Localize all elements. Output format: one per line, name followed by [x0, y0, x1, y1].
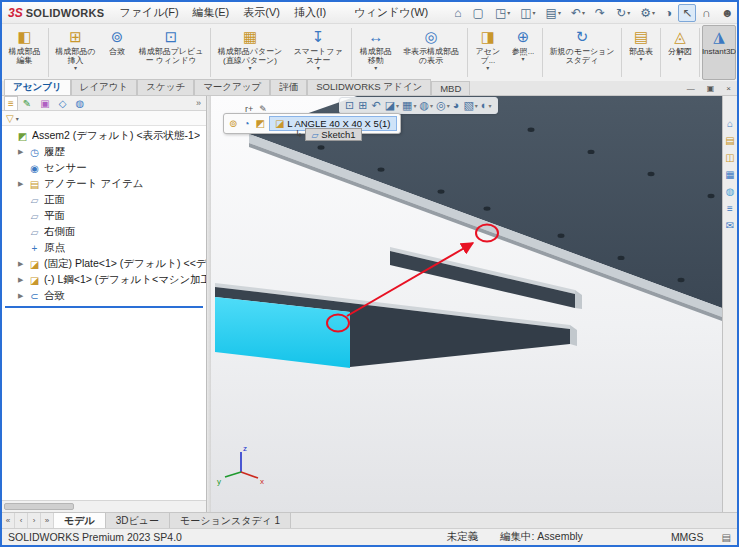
exploded-view-button[interactable]: ◬分解図▾: [663, 25, 697, 80]
context-mate-icon[interactable]: ⊚: [227, 118, 239, 129]
filter-funnel-icon[interactable]: ▽: [6, 113, 14, 124]
prev-tab-button[interactable]: ‹: [15, 513, 28, 528]
tree-item-plate-part[interactable]: ▶◪(固定) Plate<1> (デフォルト) <<デフォルト>_表示状態: [2, 256, 206, 272]
scrollbar-thumb[interactable]: [4, 503, 74, 510]
tab-assembly[interactable]: アセンブリ: [4, 79, 71, 95]
mate-button[interactable]: ⊚合致: [100, 25, 134, 80]
insert-components-button[interactable]: ⊞構成部品の挿入▾: [51, 25, 100, 80]
tab-evaluate[interactable]: 評価: [270, 79, 307, 95]
dimxpertmanager-tab[interactable]: ◇: [55, 96, 71, 111]
section-view-button[interactable]: ◪▾: [385, 99, 399, 112]
undo-button[interactable]: ↶▾: [567, 4, 589, 22]
document-restore-button[interactable]: ▣: [701, 82, 721, 95]
tab-3d-views[interactable]: 3Dビュー: [106, 513, 170, 528]
model-flange-end-face[interactable]: [575, 290, 582, 309]
file-explorer-icon[interactable]: ◫: [725, 152, 734, 163]
new-motion-study-button[interactable]: ↻新規のモーションスタディ: [545, 25, 619, 80]
configurationmanager-tab[interactable]: ▣: [36, 96, 53, 111]
rebuild-button[interactable]: ↻▾: [612, 4, 634, 22]
displaymanager-tab[interactable]: ◍: [71, 96, 88, 111]
edit-appearance-button[interactable]: ◕: [453, 99, 461, 112]
open-document-button[interactable]: ◳▾: [491, 4, 514, 22]
home-button[interactable]: ⌂: [450, 4, 466, 22]
tab-markup[interactable]: マークアップ: [194, 79, 270, 95]
previous-view-button[interactable]: ↶: [371, 99, 381, 112]
tree-item-top-plane[interactable]: ▱平面: [2, 208, 206, 224]
display-style-button[interactable]: ◍▾: [420, 99, 434, 112]
tree-item-history[interactable]: ▶◷履歴: [2, 144, 206, 160]
context-appearance-icon[interactable]: ◔: [241, 118, 251, 129]
assembly-features-button[interactable]: ◨アセンブ...▾: [470, 25, 506, 80]
expand-arrow-icon[interactable]: ▶: [18, 292, 28, 300]
context-component-icon[interactable]: ◩: [253, 118, 266, 129]
resources-home-icon[interactable]: ⌂: [727, 118, 733, 129]
view-settings-button[interactable]: ◐▾: [481, 99, 492, 112]
sketch1-tag[interactable]: ▱ Sketch1: [305, 128, 361, 141]
tab-layout[interactable]: レイアウト: [71, 79, 138, 95]
next-tab-button[interactable]: ›: [28, 513, 41, 528]
menu-window[interactable]: ウィンドウ(W): [347, 3, 435, 22]
menu-edit[interactable]: 編集(E): [186, 3, 237, 22]
tree-item-assembly-root[interactable]: ◩Assem2 (デフォルト) <表示状態-1>: [2, 128, 206, 144]
bill-of-materials-button[interactable]: ▤部品表▾: [624, 25, 658, 80]
tab-model[interactable]: モデル: [54, 513, 106, 528]
tab-sketch[interactable]: スケッチ: [137, 79, 194, 95]
custom-properties-icon[interactable]: ≡: [727, 203, 733, 214]
tab-mbd[interactable]: MBD: [431, 81, 470, 95]
login-button[interactable]: ☻: [717, 4, 738, 22]
edit-component-button[interactable]: ◧構成部品編集: [3, 25, 46, 80]
linear-component-pattern-button[interactable]: ▦構成部品パターン(直線パターン)▾: [213, 25, 287, 80]
tree-item-annotations[interactable]: ▶▤アノテート アイテム: [2, 176, 206, 192]
tree-horizontal-scrollbar[interactable]: [2, 500, 206, 512]
redo-button[interactable]: ↷: [591, 4, 610, 22]
reference-geometry-button[interactable]: ⊕参照...▾: [506, 25, 540, 80]
tab-motion-study-1[interactable]: モーションスタディ 1: [170, 513, 291, 528]
tree-item-right-plane[interactable]: ▱右側面: [2, 224, 206, 240]
expand-arrow-icon[interactable]: ▶: [18, 260, 28, 268]
forum-icon[interactable]: ✉: [726, 220, 734, 231]
show-hidden-components-button[interactable]: ◎非表示構成部品の表示: [397, 25, 465, 80]
zoom-fit-button[interactable]: ⊡: [345, 99, 355, 112]
first-tab-button[interactable]: «: [2, 513, 15, 528]
display-settings-button[interactable]: ◑: [661, 4, 676, 22]
save-button[interactable]: ◫▾: [516, 4, 539, 22]
menu-insert[interactable]: 挿入(I): [287, 3, 333, 22]
model-flange-face[interactable]: [390, 251, 575, 308]
support-button[interactable]: ∩: [698, 4, 715, 22]
reference-triad[interactable]: z x y: [217, 444, 264, 486]
tree-item-sensors[interactable]: ◉センサー: [2, 160, 206, 176]
status-tray-icon[interactable]: ▤: [722, 532, 731, 543]
tree-item-mates[interactable]: ▶⊂合致: [2, 288, 206, 304]
apply-scene-button[interactable]: ▧▾: [463, 99, 477, 112]
filter-caret-icon[interactable]: ▾: [16, 115, 19, 122]
instant3d-button[interactable]: ◮Instant3D: [702, 25, 736, 80]
hide-show-items-button[interactable]: ◎▾: [436, 99, 450, 112]
move-component-button[interactable]: ↔構成部品移動▾: [354, 25, 397, 80]
tab-solidworks-addins[interactable]: SOLIDWORKS アドイン: [307, 79, 431, 95]
options-button[interactable]: ⚙▾: [636, 4, 659, 22]
appearances-icon[interactable]: ◍: [726, 186, 735, 197]
document-minimize-button[interactable]: —: [681, 82, 701, 95]
units-indicator[interactable]: MMGS: [671, 531, 704, 543]
menu-tools[interactable]: [333, 11, 347, 15]
zoom-area-button[interactable]: ⊞: [358, 99, 368, 112]
select-pointer-button[interactable]: ↖: [678, 4, 696, 22]
featuremanager-tab[interactable]: ≡: [4, 96, 18, 111]
rollback-bar[interactable]: [5, 306, 203, 308]
graphics-viewport[interactable]: z x y ⊡ ⊞ ↶ ◪▾ ▦▾ ◍▾ ◎▾ ◕ ▧▾ ◐▾ r+: [211, 96, 722, 512]
menu-file[interactable]: ファイル(F): [112, 3, 185, 22]
panel-tabs-overflow-icon[interactable]: »: [193, 98, 204, 108]
model-angle-end-face[interactable]: [570, 325, 577, 346]
view-palette-icon[interactable]: ▦: [725, 169, 734, 180]
smart-fasteners-button[interactable]: ↧スマートファスナー▾: [287, 25, 349, 80]
design-library-icon[interactable]: ▤: [725, 135, 734, 146]
expand-arrow-icon[interactable]: ▶: [18, 148, 28, 156]
tree-item-lsteel-part[interactable]: ▶◪(-) L鋼<1> (デフォルト<マシン加工 1>) <<デフォルト>_表.…: [2, 272, 206, 288]
view-orientation-button[interactable]: ▦▾: [402, 99, 416, 112]
tree-item-front-plane[interactable]: ▱正面: [2, 192, 206, 208]
document-close-button[interactable]: ×: [720, 82, 737, 95]
menu-view[interactable]: 表示(V): [236, 3, 287, 22]
tree-item-origin[interactable]: +原点: [2, 240, 206, 256]
last-tab-button[interactable]: »: [41, 513, 54, 528]
expand-arrow-icon[interactable]: ▶: [18, 180, 28, 188]
